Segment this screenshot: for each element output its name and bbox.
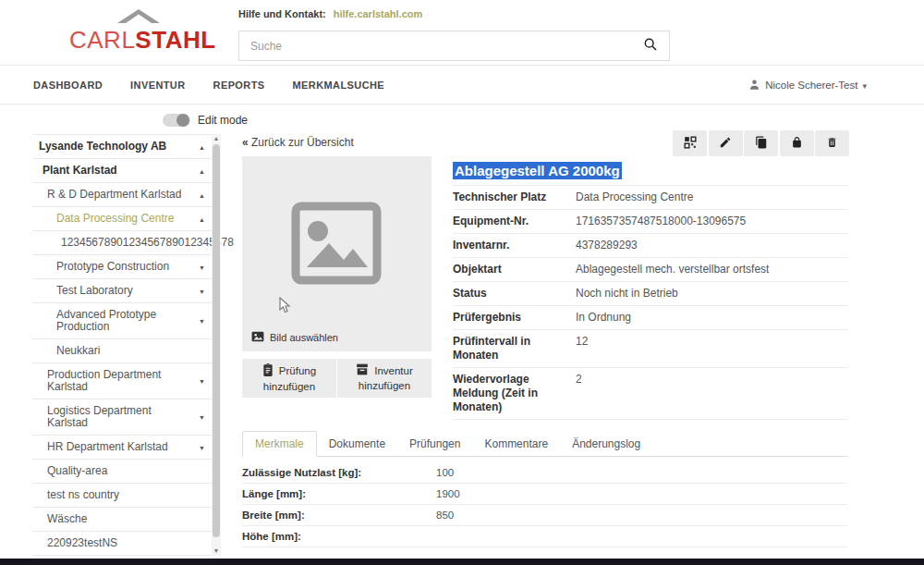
nav-item-dashboard[interactable]: DASHBOARD xyxy=(33,80,103,91)
edit-mode-toggle[interactable] xyxy=(163,114,190,127)
edit-button[interactable] xyxy=(709,130,743,156)
scroll-up-icon[interactable]: ▲ xyxy=(212,134,221,143)
collapse-icon[interactable] xyxy=(199,165,205,177)
image-placeholder-icon xyxy=(290,201,383,289)
tree-item-prototype-construction[interactable]: Prototype Construction xyxy=(32,255,212,279)
add-inventur-button[interactable]: Inventur hinzufügen xyxy=(337,359,432,398)
roof-icon xyxy=(117,9,160,27)
asset-image-panel[interactable]: Bild auswählen xyxy=(242,156,432,351)
nav-item-inventur[interactable]: INVENTUR xyxy=(130,80,185,91)
tree-item-long-number[interactable]: 1234567890123456789012345678 xyxy=(32,231,212,255)
scrollbar-thumb[interactable] xyxy=(213,144,220,537)
merkmal-row: Höhe [mm]: xyxy=(242,526,847,547)
tree-item-data-processing-centre[interactable]: Data Processing Centre xyxy=(32,207,212,231)
action-label-line2: hinzufügen xyxy=(263,380,315,394)
copy-button[interactable] xyxy=(744,130,778,156)
expand-icon[interactable] xyxy=(199,375,205,387)
detail-row: Prüfintervall in Monaten12 xyxy=(453,330,848,368)
tree-item-test-laboratory[interactable]: Test Laboratory xyxy=(32,279,212,303)
search-button[interactable] xyxy=(632,31,669,60)
detail-row: StatusNoch nicht in Betrieb xyxy=(453,282,848,306)
tab-pruefungen[interactable]: Prüfungen xyxy=(397,432,472,456)
expand-icon[interactable] xyxy=(199,285,205,297)
detail-label: Objektart xyxy=(453,263,576,276)
expand-icon[interactable] xyxy=(199,315,205,327)
detail-value: Noch nicht in Betrieb xyxy=(576,287,678,301)
detail-value: Data Processing Centre xyxy=(576,190,693,204)
tab-merkmale[interactable]: Merkmale xyxy=(242,431,317,457)
detail-row: Inventarnr.4378289293 xyxy=(453,234,848,258)
merkmal-row: Zulässige Nutzlast [kg]:100 xyxy=(242,462,847,484)
detail-row: Wiedervorlage Meldung (Zeit in Monaten)2 xyxy=(453,368,848,420)
merkmal-value: 100 xyxy=(436,467,454,478)
user-menu[interactable]: Nicole Scherer-Test xyxy=(748,66,867,104)
delete-button[interactable] xyxy=(815,130,849,156)
edit-mode-control: Edit mode xyxy=(163,114,248,127)
tree-item-220923testns[interactable]: 220923testNS xyxy=(32,532,212,556)
copy-icon xyxy=(755,136,768,152)
archive-icon xyxy=(356,363,369,379)
tree-item-quality-area[interactable]: Quality-area xyxy=(32,460,212,484)
sidebar-scrollbar[interactable]: ▲ ▼ xyxy=(212,134,221,556)
expand-icon[interactable] xyxy=(199,261,205,273)
collapse-icon[interactable] xyxy=(199,141,205,153)
nav-item-reports[interactable]: REPORTS xyxy=(213,80,265,91)
search-input[interactable] xyxy=(239,40,632,53)
tree-item-neukkari[interactable]: Neukkari xyxy=(32,339,212,363)
help-contact: Hilfe und Kontakt:hilfe.carlstahl.com xyxy=(238,8,422,19)
nav-item-merkmalsuche[interactable]: MERKMALSUCHE xyxy=(293,80,385,91)
select-image-label: Bild auswählen xyxy=(270,332,338,343)
tree-item-advanced-prototype-production[interactable]: Advanced Prototype Production xyxy=(32,303,212,339)
detail-value: 12 xyxy=(576,335,588,362)
scroll-down-icon[interactable]: ▼ xyxy=(212,547,221,556)
tab-dokumente[interactable]: Dokumente xyxy=(317,432,397,456)
back-to-overview-link[interactable]: Zurück zur Übersicht xyxy=(242,136,354,149)
select-image-button[interactable]: Bild auswählen xyxy=(251,331,338,344)
tree-item-production-department-karlstad[interactable]: Production Department Karlstad xyxy=(32,363,212,399)
help-link[interactable]: hilfe.carlstahl.com xyxy=(334,8,423,19)
app-window: CARLSTAHL Hilfe und Kontakt:hilfe.carlst… xyxy=(0,0,924,565)
qr-code-button[interactable] xyxy=(673,130,707,156)
collapse-icon[interactable] xyxy=(199,189,205,201)
carl-stahl-logo: CARLSTAHL xyxy=(69,7,208,59)
toggle-knob xyxy=(176,114,189,127)
image-icon xyxy=(251,331,264,344)
tab-aenderungslog[interactable]: Änderungslog xyxy=(560,432,652,456)
tree-item-rd-department-karlstad[interactable]: R & D Department Karlstad xyxy=(32,183,212,207)
qr-code-icon xyxy=(684,136,697,152)
action-label-line1: Inventur xyxy=(374,364,413,378)
tree-item-waesche[interactable]: Wäsche xyxy=(32,508,212,532)
tab-kommentare[interactable]: Kommentare xyxy=(472,432,560,456)
collapse-icon[interactable] xyxy=(199,213,205,225)
detail-label: Wiedervorlage Meldung (Zeit in Monaten) xyxy=(453,373,576,414)
user-icon xyxy=(748,79,760,92)
main-nav: DASHBOARD INVENTUR REPORTS MERKMALSUCHE … xyxy=(0,66,924,104)
lock-button[interactable] xyxy=(780,130,814,156)
detail-value: In Ordnung xyxy=(576,311,631,325)
user-name: Nicole Scherer-Test xyxy=(765,80,857,91)
merkmal-label: Höhe [mm]: xyxy=(242,531,436,542)
detail-row: PrüfergebnisIn Ordnung xyxy=(453,306,848,330)
logo-carl: CARL xyxy=(69,26,135,54)
detail-value: 4378289293 xyxy=(576,239,638,252)
merkmal-row: Länge [mm]:1900 xyxy=(242,484,847,505)
tree-item-test-ns-country[interactable]: test ns country xyxy=(32,484,212,508)
merkmal-row: Breite [mm]:850 xyxy=(242,505,847,526)
detail-value: 2 xyxy=(576,373,582,414)
detail-label: Equipment-Nr. xyxy=(453,215,576,228)
asset-actions: Prüfung hinzufügen Inventur hinzufügen xyxy=(242,359,432,398)
expand-icon[interactable] xyxy=(199,441,205,453)
expand-icon[interactable] xyxy=(199,411,205,424)
detail-label: Status xyxy=(453,287,576,301)
logo-text: CARLSTAHL xyxy=(69,26,216,55)
tree-item-hr-department-karlstad[interactable]: HR Department Karlstad xyxy=(32,436,212,460)
detail-row: Equipment-Nr.1716357357487518000-1309657… xyxy=(453,210,848,234)
help-label: Hilfe und Kontakt: xyxy=(238,8,326,19)
detail-value: 1716357357487518000-13096575 xyxy=(576,215,746,228)
add-pruefung-button[interactable]: Prüfung hinzufügen xyxy=(242,359,337,398)
tree-item-lysande-technology-ab[interactable]: Lysande Technology AB xyxy=(32,135,212,159)
bottom-bar xyxy=(0,559,924,565)
tree-item-plant-karlstad[interactable]: Plant Karlstad xyxy=(32,159,212,183)
asset-details: Technischer PlatzData Processing Centre … xyxy=(453,185,848,420)
tree-item-logistics-department-karlstad[interactable]: Logistics Department Karlstad xyxy=(32,399,212,436)
